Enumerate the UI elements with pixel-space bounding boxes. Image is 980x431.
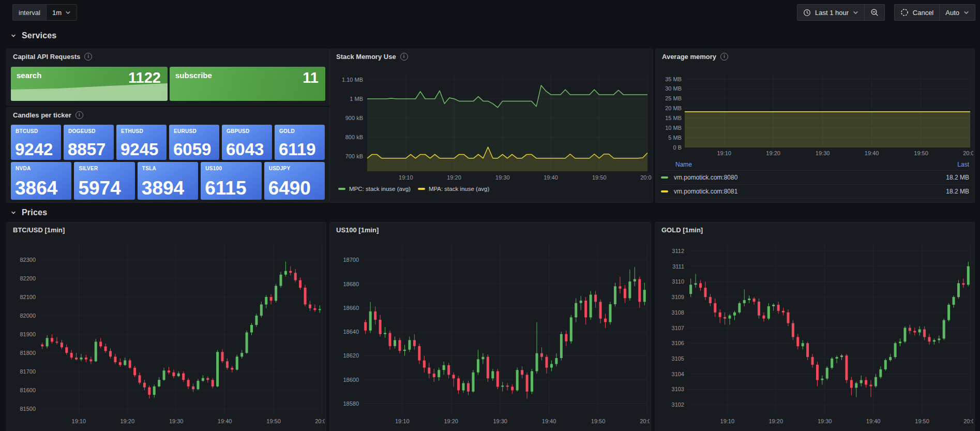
svg-text:900 kB: 900 kB (345, 115, 363, 121)
svg-text:81600: 81600 (20, 387, 36, 393)
svg-text:0 B: 0 B (673, 144, 682, 151)
zoom-out-icon (870, 8, 879, 17)
interval-variable-picker[interactable]: interval 1m (12, 4, 77, 21)
series-last-value: 18.2 MB (946, 174, 969, 181)
series-color-dash (418, 188, 425, 190)
svg-text:3111: 3111 (672, 263, 684, 270)
info-icon[interactable] (400, 53, 408, 61)
panel-title[interactable]: Average memory (662, 53, 716, 61)
panel-title[interactable]: Stack Memory Use (336, 53, 396, 61)
section-services[interactable]: Services (10, 29, 56, 42)
legend-row-8081[interactable]: vm.pomotick.com:8081 18.2 MB (661, 185, 969, 199)
svg-text:25 MB: 25 MB (665, 95, 682, 101)
svg-text:20:00: 20:00 (315, 418, 325, 424)
svg-text:35 MB: 35 MB (665, 76, 682, 82)
ticker-value: 3864 (15, 179, 57, 198)
svg-text:10 MB: 10 MB (665, 125, 682, 131)
section-prices[interactable]: Prices (10, 206, 47, 219)
svg-text:19:10: 19:10 (399, 174, 413, 181)
panel-gold-candles: GOLD [1min] 3112311131103109310831073106… (655, 222, 975, 431)
svg-text:3102: 3102 (672, 402, 684, 408)
panel-title[interactable]: Candles per ticker (13, 111, 71, 119)
ticker-label: GBPUSD (227, 128, 250, 134)
legend-item-mpa[interactable]: MPA: stack inuse (avg) (418, 186, 489, 192)
info-icon[interactable] (76, 111, 83, 119)
chevron-down-icon (10, 210, 17, 216)
ticker-value: 9242 (15, 141, 53, 158)
svg-text:700 kB: 700 kB (345, 153, 363, 159)
svg-text:19:10: 19:10 (717, 150, 731, 156)
ticker-tile-nvda: NVDA 3864 (11, 162, 71, 200)
chevron-down-icon (10, 33, 17, 39)
svg-text:800 kB: 800 kB (345, 134, 363, 140)
svg-text:19:40: 19:40 (865, 150, 879, 156)
panel-title[interactable]: US100 [1min] (336, 226, 379, 234)
panel-title[interactable]: GOLD [1min] (661, 226, 703, 234)
svg-text:82000: 82000 (20, 313, 36, 319)
svg-text:19:40: 19:40 (542, 418, 556, 424)
ticker-tile-tsla: TSLA 3894 (138, 162, 198, 200)
svg-text:15 MB: 15 MB (665, 115, 682, 121)
ticker-label: SILVER (79, 166, 98, 171)
legend-name-header[interactable]: Name (661, 161, 692, 168)
svg-text:18680: 18680 (343, 281, 359, 287)
svg-text:30 MB: 30 MB (665, 85, 682, 92)
chevron-down-icon (853, 10, 858, 16)
refresh-interval-dropdown[interactable]: Auto (939, 5, 975, 20)
svg-text:3112: 3112 (672, 248, 684, 254)
ticker-tile-gold: GOLD 6119 (275, 125, 325, 160)
svg-text:18700: 18700 (343, 257, 359, 263)
chevron-down-icon (963, 10, 969, 16)
svg-text:3104: 3104 (672, 371, 684, 377)
svg-text:3107: 3107 (672, 325, 684, 331)
ticker-tile-usdjpy: USDJPY 6490 (264, 162, 325, 200)
time-controls: Last 1 hour (797, 4, 885, 21)
svg-text:1.10 MB: 1.10 MB (342, 77, 363, 83)
svg-text:19:50: 19:50 (915, 418, 929, 424)
series-last-value: 18.2 MB (946, 188, 969, 195)
ticker-label: EURUSD (174, 128, 197, 134)
chevron-down-icon (65, 10, 71, 16)
stat-tile-subscribe: subscribe 11 (170, 67, 325, 101)
svg-text:19:20: 19:20 (120, 418, 134, 424)
svg-text:19:40: 19:40 (866, 418, 881, 424)
svg-text:19:30: 19:30 (818, 418, 832, 424)
series-color-dash (338, 188, 345, 190)
clock-icon (803, 9, 811, 17)
ticker-value: 6043 (226, 141, 264, 158)
ticker-label: NVDA (16, 166, 31, 171)
interval-dropdown[interactable]: 1m (46, 5, 77, 20)
zoom-out-button[interactable] (864, 5, 884, 20)
svg-text:18600: 18600 (343, 377, 359, 383)
svg-text:18620: 18620 (343, 352, 359, 359)
ticker-value: 5974 (78, 179, 120, 198)
ticker-label: BTCUSD (16, 128, 38, 134)
panel-stack-memory-use: Stack Memory Use 1.10 MB1 MB900 kB800 kB… (329, 49, 653, 203)
time-range-picker[interactable]: Last 1 hour (797, 5, 864, 20)
candlestick-chart: 1870018680186601864018620186001858019:10… (330, 222, 650, 430)
svg-text:20:00: 20:00 (963, 150, 973, 156)
svg-text:18580: 18580 (343, 400, 359, 407)
panel-title[interactable]: BTC/USD [1min] (13, 226, 65, 234)
svg-text:3103: 3103 (672, 386, 684, 392)
refresh-controls: Cancel Auto (894, 4, 975, 21)
svg-text:82100: 82100 (20, 294, 36, 300)
svg-text:19:20: 19:20 (447, 174, 461, 181)
ticker-value: 3894 (142, 179, 184, 198)
svg-text:19:20: 19:20 (766, 150, 780, 156)
svg-text:19:30: 19:30 (816, 150, 830, 156)
ticker-value: 6119 (279, 141, 316, 158)
legend-row-8080[interactable]: vm.pomotick.com:8080 18.2 MB (661, 171, 969, 185)
info-icon[interactable] (720, 53, 728, 61)
ticker-tile-gbpusd: GBPUSD 6043 (222, 125, 272, 160)
ticker-value: 6115 (205, 179, 246, 198)
legend-label: MPA: stack inuse (avg) (429, 186, 489, 192)
ticker-label: DOGEUSD (68, 128, 96, 134)
legend-last-header[interactable]: Last (957, 161, 969, 168)
ticker-label: GOLD (279, 128, 295, 134)
legend-item-mpc[interactable]: MPC: stack inuse (avg) (338, 186, 411, 192)
panel-title[interactable]: Capital API Requests (13, 53, 80, 61)
info-icon[interactable] (84, 53, 92, 61)
dashboard: interval 1m Last 1 hour Cancel Auto Serv… (0, 0, 980, 431)
cancel-refresh-button[interactable]: Cancel (895, 5, 939, 20)
